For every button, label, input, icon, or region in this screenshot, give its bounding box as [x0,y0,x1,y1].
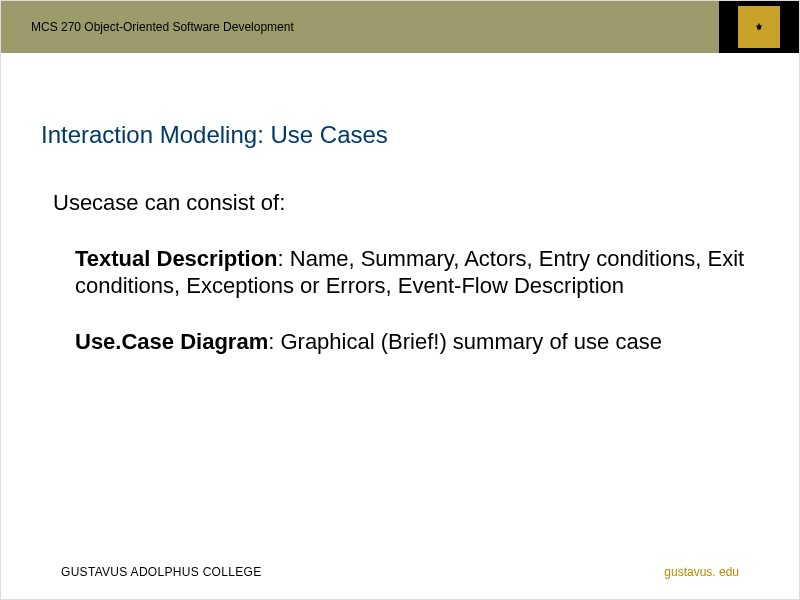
bullet-rest: : Graphical (Brief!) summary of use case [268,329,662,354]
slide-title: Interaction Modeling: Use Cases [41,121,759,149]
bullet-term: Textual Description [75,246,278,271]
body-text: Usecase can consist of: Textual Descript… [41,189,759,355]
slide: MCS 270 Object-Oriented Software Develop… [0,0,800,600]
course-label: MCS 270 Object-Oriented Software Develop… [31,20,294,34]
header-left: MCS 270 Object-Oriented Software Develop… [1,1,719,53]
header-right: ⚜ [719,1,799,53]
content-area: Interaction Modeling: Use Cases Usecase … [41,121,759,383]
college-logo-icon: ⚜ [736,4,782,50]
bullet-term: Use.Case Diagram [75,329,268,354]
logo-glyph: ⚜ [755,23,763,32]
footer: GUSTAVUS ADOLPHUS COLLEGE gustavus. edu [1,565,799,579]
header-band: MCS 270 Object-Oriented Software Develop… [1,1,799,53]
footer-college-name: GUSTAVUS ADOLPHUS COLLEGE [61,565,261,579]
bullet-item: Use.Case Diagram: Graphical (Brief!) sum… [41,328,759,356]
intro-line: Usecase can consist of: [41,189,759,217]
bullet-item: Textual Description: Name, Summary, Acto… [41,245,759,300]
footer-url: gustavus. edu [664,565,739,579]
